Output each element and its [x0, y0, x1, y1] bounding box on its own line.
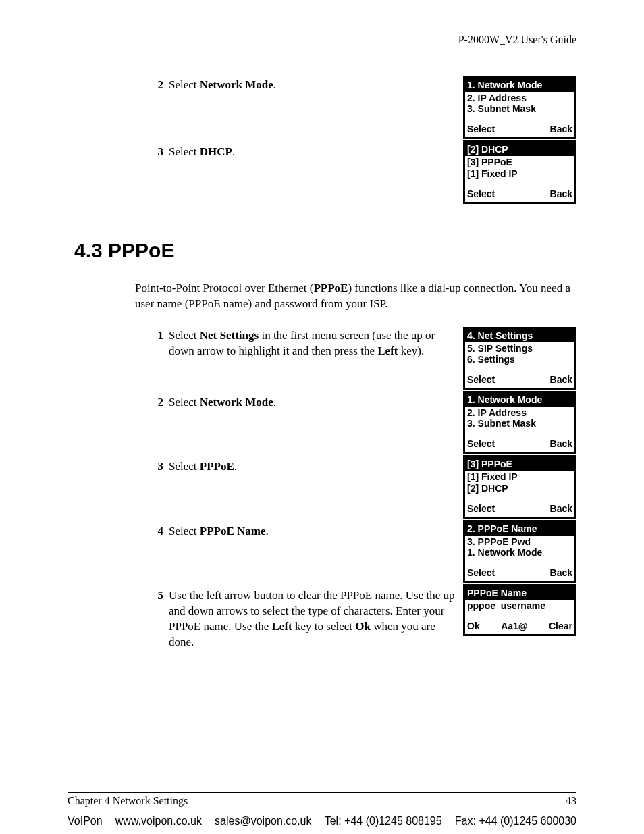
phone-body: pppoe_username Ok Aa1@ Clear: [465, 600, 574, 634]
product-guide-title: P-2000W_V2 User's Guide: [458, 34, 576, 45]
vendor-tel: Tel: +44 (0)1245 808195: [325, 815, 442, 827]
phone-line: [1] Fixed IP: [467, 471, 572, 482]
phone-softkeys: Select Back: [467, 503, 572, 514]
phone-screen: 4. Net Settings 5. SIP Settings 6. Setti…: [463, 327, 576, 390]
page-header: P-2000W_V2 User's Guide: [68, 34, 576, 49]
phone-body: 5. SIP Settings 6. Settings Select Back: [465, 342, 574, 388]
phone-body: 2. IP Address 3. Subnet Mask Select Back: [465, 407, 574, 452]
phone-body: [3] PPPoE [1] Fixed IP Select Back: [465, 156, 574, 201]
step-content: Use the left arrow button to clear the P…: [169, 588, 456, 650]
vendor-fax: Fax: +44 (0)1245 600030: [455, 815, 576, 827]
softkey-select[interactable]: Select: [467, 503, 495, 514]
phone-line: 1. Network Mode: [467, 547, 572, 558]
page-footer: Chapter 4 Network Settings 43: [68, 792, 576, 807]
phone-line: 5. SIP Settings: [467, 343, 572, 354]
phone-line: 6. Settings: [467, 354, 572, 365]
softkey-char-mode[interactable]: Aa1@: [501, 621, 527, 631]
vendor-email: sales@voipon.co.uk: [215, 815, 311, 827]
step-text: 2 Select Network Mode.: [68, 76, 463, 93]
softkey-select[interactable]: Select: [467, 188, 495, 199]
phone-screen: 1. Network Mode 2. IP Address 3. Subnet …: [463, 391, 576, 454]
step-text: 3 Select DHCP.: [68, 140, 463, 160]
step-content: Select DHCP.: [169, 145, 456, 160]
step-text: 5 Use the left arrow button to clear the…: [68, 584, 463, 650]
phone-line: 2. IP Address: [467, 93, 572, 103]
phone-softkeys: Select Back: [467, 438, 572, 449]
step-row: 1 Select Net Settings in the first menu …: [68, 327, 576, 391]
phone-softkeys: Select Back: [467, 374, 572, 385]
phone-title: [2] DHCP: [465, 142, 574, 156]
phone-title: 4. Net Settings: [465, 329, 574, 342]
softkey-back[interactable]: Back: [550, 124, 572, 134]
step-row: 2 Select Network Mode. 1. Network Mode 2…: [68, 76, 576, 140]
phone-body: 2. IP Address 3. Subnet Mask Select Back: [465, 92, 574, 137]
step-number: 3: [151, 459, 163, 475]
page: P-2000W_V2 User's Guide 2 Select Network…: [0, 0, 644, 807]
phone-title: 1. Network Mode: [465, 78, 574, 92]
section-heading: 4.3 PPPoE: [68, 239, 576, 262]
phone-title: PPPoE Name: [465, 586, 574, 600]
step-content: Select PPPoE.: [169, 459, 456, 475]
phone-softkeys: Ok Aa1@ Clear: [467, 621, 572, 631]
step-row: 4 Select PPPoE Name. 2. PPPoE Name 3. PP…: [68, 520, 576, 584]
phone-body: 3. PPPoE Pwd 1. Network Mode Select Back: [465, 536, 574, 581]
softkey-back[interactable]: Back: [550, 188, 572, 199]
phone-screen: 2. PPPoE Name 3. PPPoE Pwd 1. Network Mo…: [463, 520, 576, 583]
step-content: Select Network Mode.: [169, 395, 456, 411]
phone-title: 1. Network Mode: [465, 393, 574, 407]
step-text: 3 Select PPPoE.: [68, 455, 463, 475]
phone-title: 2. PPPoE Name: [465, 522, 574, 536]
phone-line: [1] Fixed IP: [467, 168, 572, 179]
step-number: 1: [151, 328, 163, 359]
step-row: 2 Select Network Mode. 1. Network Mode 2…: [68, 391, 576, 455]
step-row: 3 Select PPPoE. [3] PPPoE [1] Fixed IP […: [68, 455, 576, 519]
phone-line: 2. IP Address: [467, 407, 572, 418]
softkey-back[interactable]: Back: [550, 567, 572, 578]
step-number: 2: [151, 395, 163, 411]
phone-screen: [2] DHCP [3] PPPoE [1] Fixed IP Select B…: [463, 140, 576, 203]
phone-line: 3. Subnet Mask: [467, 103, 572, 114]
phone-softkeys: Select Back: [467, 567, 572, 578]
step-content: Select PPPoE Name.: [169, 524, 456, 540]
softkey-select[interactable]: Select: [467, 438, 495, 449]
step-row: 3 Select DHCP. [2] DHCP [3] PPPoE [1] Fi…: [68, 140, 576, 205]
phone-title: [3] PPPoE: [465, 457, 574, 471]
phone-body: [1] Fixed IP [2] DHCP Select Back: [465, 471, 574, 516]
step-content: Select Net Settings in the first menu sc…: [169, 328, 456, 359]
phone-softkeys: Select Back: [467, 188, 572, 199]
step-content: Select Network Mode.: [169, 78, 456, 93]
page-number: 43: [566, 795, 576, 807]
phone-line: [2] DHCP: [467, 483, 572, 494]
softkey-back[interactable]: Back: [550, 374, 572, 385]
step-number: 5: [151, 588, 163, 650]
softkey-ok[interactable]: Ok: [467, 621, 480, 631]
step-number: 4: [151, 524, 163, 540]
phone-screen: PPPoE Name pppoe_username Ok Aa1@ Clear: [463, 584, 576, 636]
vendor-company: VoIPon: [68, 815, 103, 827]
softkey-select[interactable]: Select: [467, 567, 495, 578]
step-number: 3: [151, 145, 163, 160]
softkey-clear[interactable]: Clear: [549, 621, 572, 631]
softkey-select[interactable]: Select: [467, 124, 495, 134]
phone-screen: 1. Network Mode 2. IP Address 3. Subnet …: [463, 76, 576, 139]
step-row: 5 Use the left arrow button to clear the…: [68, 584, 576, 650]
phone-line: 3. Subnet Mask: [467, 418, 572, 429]
phone-line: [3] PPPoE: [467, 157, 572, 167]
vendor-footer: VoIPon www.voipon.co.uk sales@voipon.co.…: [0, 807, 644, 834]
phone-line: 3. PPPoE Pwd: [467, 536, 572, 547]
intro-paragraph: Point-to-Point Protocol over Ethernet (P…: [68, 281, 576, 312]
phone-softkeys: Select Back: [467, 124, 572, 134]
phone-line: pppoe_username: [467, 600, 572, 611]
step-text: 1 Select Net Settings in the first menu …: [68, 327, 463, 359]
softkey-back[interactable]: Back: [550, 438, 572, 449]
step-number: 2: [151, 78, 163, 93]
chapter-label: Chapter 4 Network Settings: [68, 795, 188, 807]
step-text: 2 Select Network Mode.: [68, 391, 463, 411]
softkey-back[interactable]: Back: [550, 503, 572, 514]
softkey-select[interactable]: Select: [467, 374, 495, 385]
phone-screen: [3] PPPoE [1] Fixed IP [2] DHCP Select B…: [463, 455, 576, 518]
vendor-web: www.voipon.co.uk: [115, 815, 202, 827]
step-text: 4 Select PPPoE Name.: [68, 520, 463, 540]
